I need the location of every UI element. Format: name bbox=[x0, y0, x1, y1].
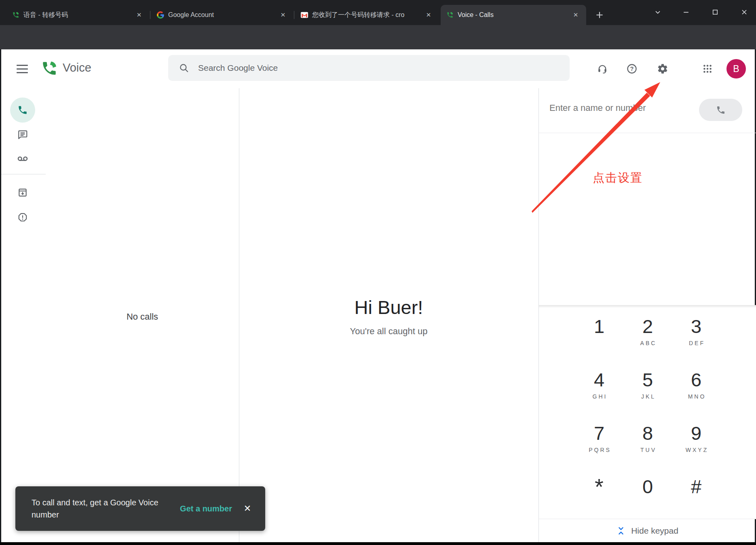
google-favicon bbox=[157, 11, 164, 19]
main-menu-button[interactable] bbox=[17, 61, 31, 76]
toast-close-button[interactable]: ✕ bbox=[239, 500, 256, 517]
keypad-key-9[interactable]: 9WXYZ bbox=[672, 412, 720, 466]
sidebar-item-calls[interactable] bbox=[10, 98, 35, 123]
tab-voice-calls-active[interactable]: Voice - Calls ✕ bbox=[441, 5, 586, 25]
browser-toolbar: voice.google.com/u/1/calls G文 无痕模式 bbox=[0, 25, 756, 49]
key-digit: 2 bbox=[642, 316, 653, 337]
key-digit: # bbox=[691, 476, 701, 497]
toast-message: To call and text, get a Google Voice num… bbox=[32, 496, 163, 521]
tab-voice-transfer[interactable]: 语音 - 转移号码 ✕ bbox=[6, 5, 150, 25]
minimize-icon bbox=[682, 8, 690, 16]
key-letters: JKL bbox=[640, 393, 656, 400]
dial-keypad: 1 2ABC 3DEF 4GHI 5JKL 6MNO 7PQRS 8TUV 9W… bbox=[539, 305, 756, 519]
dial-input-divider bbox=[539, 133, 756, 133]
hide-keypad-label: Hide keypad bbox=[631, 526, 678, 536]
key-letters bbox=[647, 500, 648, 507]
get-a-number-link[interactable]: Get a number bbox=[180, 504, 232, 513]
tab-title: 语音 - 转移号码 bbox=[23, 11, 130, 19]
sidebar-item-messages[interactable] bbox=[10, 122, 35, 147]
settings-gear-icon bbox=[657, 63, 668, 74]
tab-close-icon[interactable]: ✕ bbox=[424, 10, 433, 20]
help-icon: ? bbox=[626, 63, 638, 74]
key-letters bbox=[598, 340, 600, 346]
tab-search-button[interactable] bbox=[647, 2, 668, 23]
maximize-button[interactable] bbox=[705, 2, 726, 23]
settings-button[interactable] bbox=[654, 60, 672, 78]
close-icon bbox=[740, 8, 748, 16]
chevron-down-icon bbox=[654, 8, 662, 16]
voice-logo-icon bbox=[41, 60, 58, 77]
keypad-key-star[interactable]: * bbox=[575, 466, 623, 519]
collapse-keypad-icon bbox=[617, 526, 625, 535]
help-button[interactable]: ? bbox=[623, 60, 641, 78]
keypad-key-2[interactable]: 2ABC bbox=[623, 305, 672, 359]
phone-icon bbox=[17, 105, 28, 115]
tab-title: Voice - Calls bbox=[458, 11, 567, 19]
message-icon bbox=[17, 129, 28, 140]
keypad-key-5[interactable]: 5JKL bbox=[623, 359, 672, 412]
apps-grid-icon bbox=[702, 64, 713, 74]
new-tab-button[interactable] bbox=[593, 8, 606, 22]
key-digit: 5 bbox=[642, 369, 653, 390]
close-window-button[interactable] bbox=[734, 2, 755, 23]
key-digit: 3 bbox=[691, 316, 701, 337]
key-letters: WXYZ bbox=[684, 447, 708, 453]
legacy-voice-button[interactable] bbox=[593, 60, 611, 78]
key-digit: * bbox=[595, 476, 604, 497]
keypad-key-3[interactable]: 3DEF bbox=[672, 305, 720, 359]
tab-google-account[interactable]: Google Account ✕ bbox=[151, 5, 294, 25]
plus-icon bbox=[594, 10, 605, 20]
search-icon bbox=[179, 63, 189, 73]
keypad-key-1[interactable]: 1 bbox=[575, 305, 623, 359]
spam-alert-icon bbox=[17, 212, 28, 223]
rail-divider bbox=[1, 174, 46, 174]
key-letters bbox=[598, 500, 600, 507]
sidebar-item-archive[interactable] bbox=[10, 180, 35, 205]
keypad-key-0[interactable]: 0 bbox=[623, 466, 672, 519]
archive-icon bbox=[17, 187, 28, 198]
search-placeholder: Search Google Voice bbox=[198, 63, 278, 73]
product-name: Voice bbox=[63, 61, 91, 74]
svg-text:?: ? bbox=[630, 66, 634, 72]
sidebar-item-voicemail[interactable] bbox=[10, 146, 35, 171]
taskbar-edge bbox=[0, 542, 756, 545]
tab-strip: 语音 - 转移号码 ✕ Google Account ✕ 您收到了一个号码转移请… bbox=[0, 0, 756, 25]
maximize-icon bbox=[712, 8, 719, 16]
search-bar[interactable]: Search Google Voice bbox=[168, 55, 570, 81]
keypad-key-7[interactable]: 7PQRS bbox=[575, 412, 623, 466]
google-apps-button[interactable] bbox=[699, 60, 716, 78]
voice-favicon bbox=[12, 11, 19, 19]
minimize-button[interactable] bbox=[676, 2, 697, 23]
key-digit: 6 bbox=[691, 369, 701, 390]
calls-empty-message: No calls bbox=[46, 312, 239, 322]
account-avatar[interactable]: B bbox=[726, 59, 746, 78]
tab-separator bbox=[150, 11, 150, 19]
key-digit: 0 bbox=[642, 476, 653, 497]
dial-input[interactable] bbox=[549, 103, 683, 113]
tab-gmail-message[interactable]: 您收到了一个号码转移请求 - cro ✕ bbox=[295, 5, 439, 25]
tab-close-icon[interactable]: ✕ bbox=[278, 10, 288, 20]
hide-keypad-button[interactable]: Hide keypad bbox=[539, 519, 756, 542]
greeting-title: Hi Buer! bbox=[239, 296, 538, 318]
key-digit: 7 bbox=[594, 423, 604, 444]
tab-close-icon[interactable]: ✕ bbox=[571, 10, 581, 20]
key-letters bbox=[695, 500, 697, 507]
keypad-key-8[interactable]: 8TUV bbox=[623, 412, 672, 466]
tab-separator bbox=[294, 11, 294, 19]
sidebar-item-spam[interactable] bbox=[10, 205, 35, 230]
tab-title: Google Account bbox=[168, 11, 274, 19]
browser-window: 语音 - 转移号码 ✕ Google Account ✕ 您收到了一个号码转移请… bbox=[0, 0, 756, 545]
key-letters: GHI bbox=[591, 393, 608, 400]
tab-title: 您收到了一个号码转移请求 - cro bbox=[312, 11, 420, 19]
get-number-toast: To call and text, get a Google Voice num… bbox=[15, 486, 265, 531]
call-button[interactable] bbox=[699, 99, 742, 121]
key-letters: DEF bbox=[687, 340, 705, 346]
keypad-key-pound[interactable]: # bbox=[672, 466, 720, 519]
key-digit: 4 bbox=[594, 369, 604, 390]
key-digit: 9 bbox=[691, 423, 701, 444]
key-digit: 1 bbox=[594, 316, 604, 337]
keypad-key-6[interactable]: 6MNO bbox=[672, 359, 720, 412]
key-letters: MNO bbox=[686, 393, 706, 400]
keypad-key-4[interactable]: 4GHI bbox=[575, 359, 623, 412]
tab-close-icon[interactable]: ✕ bbox=[134, 10, 144, 20]
